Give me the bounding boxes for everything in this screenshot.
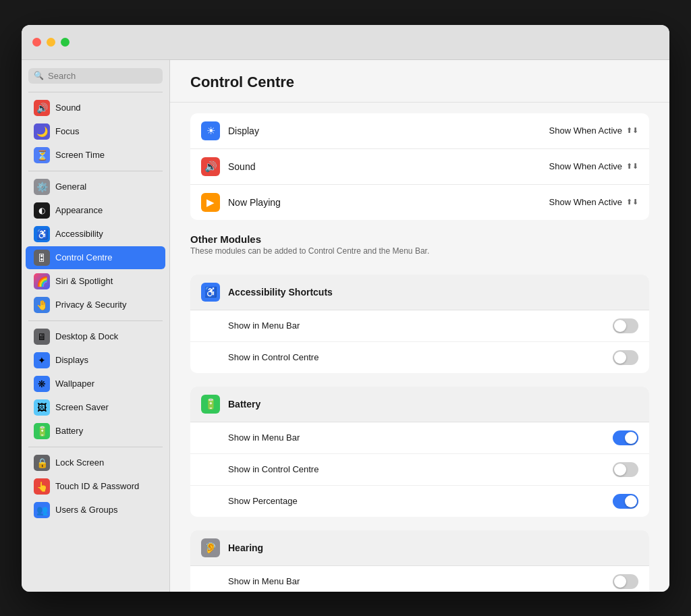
- battery-section-icon: 🔋: [201, 395, 220, 414]
- bat-percentage-row: Show Percentage: [190, 486, 649, 517]
- acc-menu-bar-row: Show in Menu Bar: [190, 310, 649, 342]
- search-input[interactable]: [48, 71, 157, 81]
- sidebar-label-screen-time: Screen Time: [55, 150, 105, 160]
- general-icon: ⚙️: [34, 179, 50, 195]
- hear-menu-bar-row: Show in Menu Bar: [190, 566, 649, 592]
- bat-percentage-toggle[interactable]: [613, 494, 638, 509]
- lock-screen-icon: 🔒: [34, 455, 50, 471]
- sound-module-control[interactable]: Show When Active ⬆⬇: [549, 161, 638, 171]
- now-playing-dropdown-arrows: ⬆⬇: [626, 198, 638, 206]
- other-modules-header: Other Modules These modules can be added…: [190, 220, 649, 261]
- bat-control-centre-toggle[interactable]: [613, 462, 638, 477]
- sidebar-item-screen-time[interactable]: ⏳ Screen Time: [26, 144, 165, 167]
- sidebar-item-desktop-dock[interactable]: 🖥 Desktop & Dock: [26, 325, 165, 348]
- accessibility-shortcuts-title: Accessibility Shortcuts: [228, 287, 333, 298]
- search-icon: 🔍: [34, 71, 44, 80]
- bat-menu-bar-row: Show in Menu Bar: [190, 422, 649, 454]
- hearing-section-title: Hearing: [228, 542, 263, 553]
- bat-control-centre-knob: [614, 464, 626, 476]
- settings-content: ☀ Display Show When Active ⬆⬇ 🔊 Sound: [170, 113, 669, 592]
- sidebar-label-privacy-security: Privacy & Security: [55, 300, 126, 310]
- hear-menu-bar-toggle[interactable]: [613, 574, 638, 589]
- sidebar-label-users-groups: Users & Groups: [55, 505, 117, 515]
- screen-saver-icon: 🖼: [34, 399, 50, 416]
- sidebar-label-screen-saver: Screen Saver: [55, 402, 109, 412]
- wallpaper-icon: ❋: [34, 376, 50, 392]
- hearing-section: 🦻 Hearing Show in Menu Bar Show in Contr…: [190, 530, 649, 592]
- hear-menu-bar-label: Show in Menu Bar: [228, 576, 613, 586]
- sidebar-label-wallpaper: Wallpaper: [55, 379, 94, 389]
- sound-icon: 🔊: [34, 100, 50, 116]
- display-module-icon: ☀: [201, 121, 220, 140]
- sound-module-row: 🔊 Sound Show When Active ⬆⬇: [190, 149, 649, 185]
- sidebar-item-battery[interactable]: 🔋 Battery: [26, 420, 165, 443]
- maximize-button[interactable]: [61, 38, 70, 47]
- sidebar: 🔍 🔊 Sound 🌙 Focus ⏳ Screen Time ⚙️ Gener…: [22, 60, 170, 592]
- privacy-icon: 🤚: [34, 297, 50, 313]
- minimize-button[interactable]: [47, 38, 55, 47]
- sidebar-item-siri-spotlight[interactable]: 🌈 Siri & Spotlight: [26, 270, 165, 293]
- focus-icon: 🌙: [34, 123, 50, 140]
- sidebar-separator-4: [28, 447, 163, 447]
- sidebar-label-battery: Battery: [55, 426, 83, 436]
- control-centre-icon: 🎛: [34, 250, 50, 266]
- sidebar-item-accessibility[interactable]: ♿ Accessibility: [26, 223, 165, 246]
- sidebar-label-control-centre: Control Centre: [55, 252, 113, 262]
- other-modules-title: Other Modules: [190, 233, 649, 245]
- sidebar-item-sound[interactable]: 🔊 Sound: [26, 96, 165, 119]
- sound-dropdown-arrows: ⬆⬇: [626, 162, 638, 171]
- accessibility-shortcuts-header: ♿ Accessibility Shortcuts: [190, 275, 649, 310]
- display-module-control[interactable]: Show When Active ⬆⬇: [549, 125, 638, 136]
- search-box[interactable]: 🔍: [28, 68, 163, 84]
- acc-control-centre-knob: [614, 352, 626, 364]
- traffic-lights: [32, 38, 70, 47]
- content-area: 🔍 🔊 Sound 🌙 Focus ⏳ Screen Time ⚙️ Gener…: [22, 60, 669, 592]
- now-playing-module-name: Now Playing: [228, 197, 549, 208]
- sidebar-label-touch-id: Touch ID & Password: [55, 481, 139, 491]
- acc-control-centre-row: Show in Control Centre: [190, 342, 649, 373]
- sidebar-label-accessibility: Accessibility: [55, 229, 103, 239]
- sidebar-label-lock-screen: Lock Screen: [55, 457, 104, 468]
- main-header: Control Centre: [170, 60, 669, 103]
- sidebar-item-control-centre[interactable]: 🎛 Control Centre: [26, 246, 165, 269]
- sidebar-item-focus[interactable]: 🌙 Focus: [26, 120, 165, 143]
- acc-control-centre-toggle[interactable]: [613, 350, 638, 365]
- sidebar-item-lock-screen[interactable]: 🔒 Lock Screen: [26, 451, 165, 474]
- now-playing-module-control[interactable]: Show When Active ⬆⬇: [549, 197, 638, 207]
- close-button[interactable]: [32, 38, 41, 47]
- battery-section-title: Battery: [228, 399, 260, 410]
- hearing-section-icon: 🦻: [201, 538, 220, 557]
- now-playing-module-icon: ▶: [201, 193, 220, 212]
- screen-time-icon: ⏳: [34, 147, 50, 163]
- settings-window: 🔍 🔊 Sound 🌙 Focus ⏳ Screen Time ⚙️ Gener…: [22, 25, 669, 592]
- bat-menu-bar-toggle[interactable]: [613, 430, 638, 445]
- sidebar-label-appearance: Appearance: [55, 205, 103, 215]
- display-module-name: Display: [228, 125, 549, 136]
- sidebar-separator-3: [28, 320, 163, 321]
- sidebar-item-displays[interactable]: ✦ Displays: [26, 349, 165, 372]
- acc-menu-bar-toggle[interactable]: [613, 318, 638, 333]
- touch-id-icon: 👆: [34, 478, 50, 495]
- sidebar-label-focus: Focus: [55, 126, 79, 136]
- sidebar-item-appearance[interactable]: ◐ Appearance: [26, 199, 165, 222]
- acc-menu-bar-knob: [614, 320, 626, 332]
- bat-percentage-knob: [625, 495, 637, 507]
- sidebar-item-wallpaper[interactable]: ❋ Wallpaper: [26, 372, 165, 395]
- display-dropdown-value: Show When Active: [549, 125, 622, 136]
- sidebar-item-touch-id[interactable]: 👆 Touch ID & Password: [26, 475, 165, 498]
- sidebar-label-siri-spotlight: Siri & Spotlight: [55, 276, 113, 286]
- sidebar-item-users-groups[interactable]: 👥 Users & Groups: [26, 499, 165, 522]
- now-playing-dropdown-value: Show When Active: [549, 197, 622, 207]
- sound-module-icon: 🔊: [201, 157, 220, 176]
- sidebar-item-general[interactable]: ⚙️ General: [26, 175, 165, 198]
- sidebar-separator-1: [28, 92, 163, 92]
- battery-icon: 🔋: [34, 423, 50, 439]
- sidebar-item-privacy-security[interactable]: 🤚 Privacy & Security: [26, 293, 165, 316]
- sidebar-label-desktop-dock: Desktop & Dock: [55, 331, 118, 341]
- bat-control-centre-label: Show in Control Centre: [228, 464, 613, 474]
- acc-control-centre-label: Show in Control Centre: [228, 352, 613, 362]
- sidebar-item-screen-saver[interactable]: 🖼 Screen Saver: [26, 396, 165, 419]
- siri-icon: 🌈: [34, 273, 50, 289]
- users-groups-icon: 👥: [34, 502, 50, 518]
- desktop-dock-icon: 🖥: [34, 329, 50, 345]
